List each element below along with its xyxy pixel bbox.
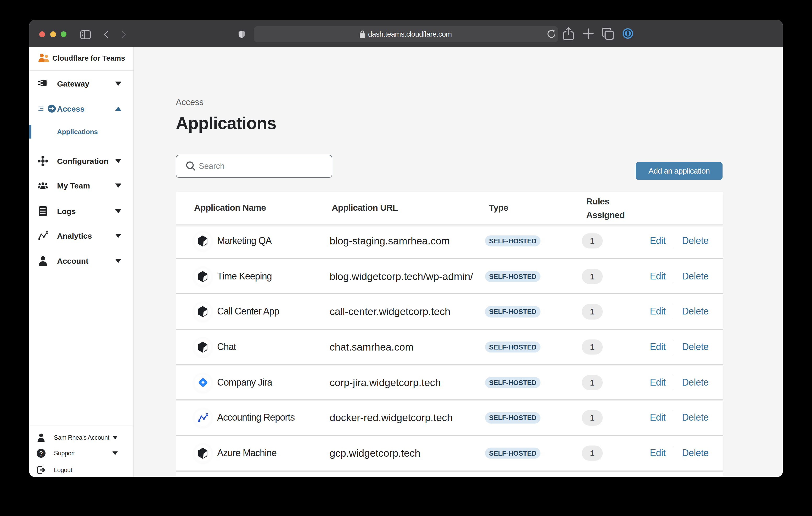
svg-text:?: ? <box>39 450 43 457</box>
